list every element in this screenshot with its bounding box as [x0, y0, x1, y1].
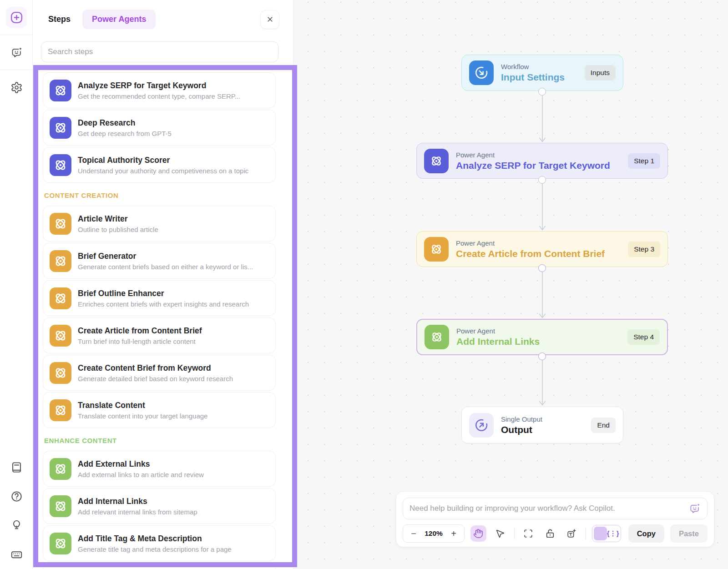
section-header-enhance-content: ENHANCE CONTENT: [44, 437, 276, 444]
node-input-settings[interactable]: Workflow Input Settings Inputs: [461, 55, 623, 91]
connector-handle[interactable]: [538, 352, 546, 360]
list-item-translate-content[interactable]: Translate Content Translate content into…: [43, 392, 276, 428]
power-agent-atom-icon: [50, 250, 71, 272]
close-panel-button[interactable]: [260, 10, 279, 29]
step-description: Outline to published article: [78, 226, 158, 233]
power-agent-atom-icon: [424, 149, 449, 173]
power-agent-atom-icon: [50, 213, 71, 235]
list-item-partial[interactable]: [43, 563, 276, 569]
step-title: Deep Research: [78, 118, 172, 128]
keyboard-icon: [10, 549, 23, 561]
node-analyze-serp[interactable]: Power Agent Analyze SERP for Target Keyw…: [416, 143, 668, 179]
list-item-add-external-links[interactable]: Add External Links Add external links to…: [43, 451, 276, 487]
step-description: Turn brief into full-length article cont…: [78, 337, 202, 345]
connector-handle[interactable]: [538, 88, 546, 96]
step-description: Translate content into your target langu…: [78, 412, 207, 420]
node-kind: Workflow: [501, 63, 565, 70]
step-badge: Step 4: [627, 329, 660, 345]
step-title: Article Writer: [78, 214, 158, 224]
copilot-chat-icon: [689, 503, 701, 514]
ask-copilot-input[interactable]: [410, 504, 684, 513]
inputs-badge: Inputs: [585, 65, 616, 81]
step-description: Enriches content briefs with expert insi…: [78, 300, 249, 308]
variables-view-toggle[interactable]: {⋮}: [592, 525, 621, 542]
search-steps-box: [41, 41, 278, 62]
power-agent-atom-icon: [50, 80, 71, 101]
add-text-button[interactable]: [564, 525, 580, 542]
select-tool-button[interactable]: [492, 525, 508, 542]
power-agent-atom-icon: [424, 237, 449, 262]
power-agent-atom-icon: [50, 533, 71, 554]
copilot-chat-button[interactable]: [0, 35, 33, 70]
left-rail: [0, 0, 33, 569]
lock-icon: [545, 529, 555, 539]
steps-panel: Steps Power Agents Analyze SERP for Targ…: [33, 0, 293, 569]
frame-icon: [523, 529, 533, 539]
step-description: Get the recommended content type, compar…: [78, 92, 240, 100]
braces-icon: {⋮}: [607, 529, 619, 538]
workflow-canvas[interactable]: Workflow Input Settings Inputs Power Age…: [293, 0, 728, 569]
zoom-control: − 120% +: [403, 524, 465, 543]
step-title: Add Title Tag & Meta Description: [78, 534, 232, 544]
question-circle-icon: [10, 490, 23, 503]
list-item-analyze-serp[interactable]: Analyze SERP for Target Keyword Get the …: [43, 72, 276, 108]
list-item-brief-outline-enhancer[interactable]: Brief Outline Enhancer Enriches content …: [43, 280, 276, 316]
search-steps-input[interactable]: [48, 47, 272, 56]
node-kind: Single Output: [501, 415, 542, 423]
zoom-out-button[interactable]: −: [406, 526, 421, 541]
step-title: Add External Links: [78, 459, 204, 469]
list-item-brief-generator[interactable]: Brief Generator Generate content briefs …: [43, 243, 276, 279]
connector-handle[interactable]: [538, 264, 546, 272]
lock-canvas-button[interactable]: [542, 525, 558, 542]
tools-row: − 120% + {⋮} Copy Paste: [403, 524, 708, 543]
node-create-article[interactable]: Power Agent Create Article from Content …: [416, 231, 668, 267]
list-item-article-writer[interactable]: Article Writer Outline to published arti…: [43, 206, 276, 242]
node-add-internal-links[interactable]: Power Agent Add Internal Links Step 4: [416, 319, 668, 355]
step-badge: Step 1: [628, 153, 660, 169]
hand-tool-button[interactable]: [470, 525, 486, 542]
list-item-create-article[interactable]: Create Article from Content Brief Turn b…: [43, 317, 276, 353]
list-item-add-internal-links[interactable]: Add Internal Links Add relevant internal…: [43, 488, 276, 524]
list-item-add-title-tag[interactable]: Add Title Tag & Meta Description Generat…: [43, 525, 276, 561]
ask-copilot-box: [403, 498, 708, 519]
node-kind: Power Agent: [456, 327, 540, 335]
panel-header: Steps Power Agents: [33, 0, 293, 29]
gear-icon: [10, 81, 23, 94]
step-description: Add external links to an article and rev…: [78, 471, 204, 478]
step-title: Analyze SERP for Target Keyword: [78, 81, 240, 91]
node-output[interactable]: Single Output Output End: [461, 407, 623, 443]
step-title: Create Content Brief from Keyword: [78, 363, 233, 373]
list-item-topical-authority[interactable]: Topical Authority Scorer Understand your…: [43, 147, 276, 183]
plus-icon: [6, 7, 27, 28]
zoom-in-button[interactable]: +: [446, 526, 461, 541]
step-description: Get deep research from GPT-5: [78, 130, 172, 137]
cursor-icon: [495, 529, 505, 539]
list-item-create-content-brief[interactable]: Create Content Brief from Keyword Genera…: [43, 355, 276, 391]
close-icon: [267, 16, 273, 23]
power-agent-atom-icon: [50, 399, 71, 421]
node-title: Create Article from Content Brief: [456, 248, 605, 259]
step-description: Generate detailed brief based on keyword…: [78, 375, 233, 383]
list-item-deep-research[interactable]: Deep Research Get deep research from GPT…: [43, 110, 276, 146]
hand-icon: [473, 529, 483, 539]
edge-arrow: [538, 360, 546, 406]
tab-steps[interactable]: Steps: [48, 15, 71, 24]
ideas-button[interactable]: [10, 519, 23, 534]
workflow-input-icon: [469, 60, 494, 85]
paste-button[interactable]: Paste: [670, 524, 708, 543]
step-description: Understand your authority and competiven…: [78, 167, 248, 175]
copy-button[interactable]: Copy: [628, 524, 664, 543]
help-button[interactable]: [10, 490, 23, 504]
shortcuts-button[interactable]: [10, 549, 23, 563]
docs-button[interactable]: [10, 461, 23, 475]
node-title: Output: [501, 424, 542, 435]
add-step-button[interactable]: [0, 0, 33, 35]
connector-handle[interactable]: [538, 176, 546, 184]
settings-button[interactable]: [0, 70, 33, 105]
node-title: Input Settings: [501, 72, 565, 83]
steps-list: Analyze SERP for Target Keyword Get the …: [33, 62, 293, 569]
fit-view-button[interactable]: [520, 525, 536, 542]
tab-power-agents[interactable]: Power Agents: [82, 10, 156, 29]
step-description: Generate title tag and meta descriptions…: [78, 545, 232, 553]
power-agent-atom-icon: [50, 362, 71, 384]
